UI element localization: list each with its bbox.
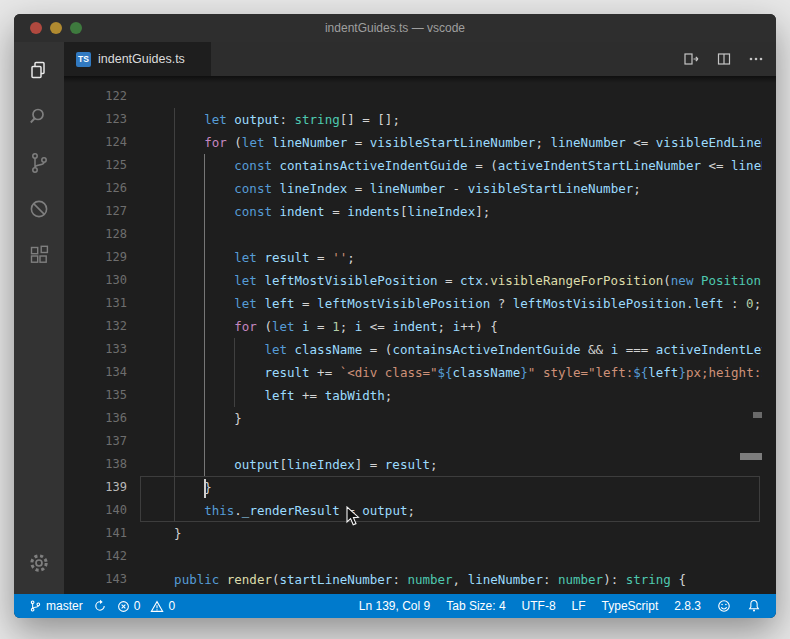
zoom-button[interactable] bbox=[70, 22, 82, 34]
eol-indicator[interactable]: LF bbox=[567, 599, 591, 613]
traffic-lights bbox=[30, 22, 82, 34]
activity-bar bbox=[14, 42, 64, 594]
code-line[interactable]: 142 bbox=[64, 545, 776, 568]
code-line[interactable]: 134 result += `<div class="${className}"… bbox=[64, 361, 776, 384]
tab-label: indentGuides.ts bbox=[98, 52, 185, 66]
overview-ruler-mark bbox=[753, 412, 762, 418]
open-changes-icon[interactable] bbox=[683, 51, 700, 67]
line-number: 137 bbox=[64, 430, 127, 453]
code-lines: 122123 let output: string[] = [];124 for… bbox=[64, 85, 776, 591]
warning-icon bbox=[150, 600, 164, 613]
scroll-shadow bbox=[64, 76, 776, 83]
line-number: 134 bbox=[64, 361, 127, 384]
feedback-button[interactable] bbox=[712, 599, 736, 613]
mouse-cursor bbox=[346, 506, 362, 528]
tab-bar: TS indentGuides.ts bbox=[64, 42, 776, 76]
cursor-position[interactable]: Ln 139, Col 9 bbox=[354, 599, 435, 613]
sync-button[interactable] bbox=[88, 599, 112, 613]
line-number: 139 bbox=[64, 476, 127, 499]
code-line[interactable]: 133 let className = (containsActiveInden… bbox=[64, 338, 776, 361]
code-line[interactable]: 124 for (let lineNumber = visibleStartLi… bbox=[64, 131, 776, 154]
error-icon bbox=[117, 600, 130, 613]
settings-button[interactable] bbox=[14, 540, 64, 586]
line-number: 140 bbox=[64, 499, 127, 522]
line-number: 124 bbox=[64, 131, 127, 154]
code-line[interactable]: 132 for (let i = 1; i <= indent; i++) { bbox=[64, 315, 776, 338]
debug-icon bbox=[27, 197, 51, 221]
code-line[interactable]: 141 } bbox=[64, 522, 776, 545]
cursor-caret bbox=[204, 479, 206, 498]
more-actions-icon[interactable] bbox=[748, 51, 764, 67]
sidebar-item-extensions[interactable] bbox=[14, 232, 64, 278]
code-line[interactable]: 143 public render(startLineNumber: numbe… bbox=[64, 568, 776, 591]
code-line[interactable]: 138 output[lineIndex] = result; bbox=[64, 453, 776, 476]
line-number: 132 bbox=[64, 315, 127, 338]
overview-ruler-mark bbox=[740, 453, 762, 460]
minimize-button[interactable] bbox=[50, 22, 62, 34]
code-line[interactable]: 139 } bbox=[64, 476, 776, 499]
language-indicator[interactable]: TypeScript bbox=[597, 599, 664, 613]
git-branch-icon bbox=[29, 599, 42, 613]
line-number: 143 bbox=[64, 568, 127, 591]
code-line[interactable]: 128 bbox=[64, 223, 776, 246]
extensions-icon bbox=[27, 243, 51, 267]
line-number: 129 bbox=[64, 246, 127, 269]
sidebar-item-search[interactable] bbox=[14, 94, 64, 140]
code-line[interactable]: 126 const lineIndex = lineNumber - visib… bbox=[64, 177, 776, 200]
explorer-icon bbox=[27, 59, 51, 83]
close-button[interactable] bbox=[30, 22, 42, 34]
line-number: 128 bbox=[64, 223, 127, 246]
error-count: 0 bbox=[134, 599, 141, 613]
typescript-file-icon: TS bbox=[76, 52, 91, 67]
bell-icon bbox=[747, 599, 761, 613]
code-line[interactable]: 125 const containsActiveIndentGuide = (a… bbox=[64, 154, 776, 177]
line-number: 122 bbox=[64, 85, 127, 108]
sidebar-item-debug[interactable] bbox=[14, 186, 64, 232]
typescript-version[interactable]: 2.8.3 bbox=[669, 599, 706, 613]
line-number: 126 bbox=[64, 177, 127, 200]
line-number: 142 bbox=[64, 545, 127, 568]
line-number: 135 bbox=[64, 384, 127, 407]
code-line[interactable]: 136 } bbox=[64, 407, 776, 430]
code-line[interactable]: 137 bbox=[64, 430, 776, 453]
code-line[interactable]: 123 let output: string[] = []; bbox=[64, 108, 776, 131]
code-line[interactable]: 127 const indent = indents[lineIndex]; bbox=[64, 200, 776, 223]
tab-indentguides[interactable]: TS indentGuides.ts bbox=[64, 42, 211, 76]
tab-size-indicator[interactable]: Tab Size: 4 bbox=[441, 599, 510, 613]
code-line[interactable]: 131 let left = leftMostVisiblePosition ?… bbox=[64, 292, 776, 315]
branch-indicator[interactable]: master bbox=[24, 599, 88, 613]
git-branch-icon bbox=[27, 151, 51, 175]
code-editor[interactable]: 122123 let output: string[] = [];124 for… bbox=[64, 76, 776, 594]
code-line[interactable]: 140 this._renderResult = output; bbox=[64, 499, 776, 522]
gear-icon bbox=[27, 551, 51, 575]
branch-name: master bbox=[46, 599, 83, 613]
sync-icon bbox=[93, 599, 107, 613]
line-number: 138 bbox=[64, 453, 127, 476]
sidebar-item-source-control[interactable] bbox=[14, 140, 64, 186]
line-number: 127 bbox=[64, 200, 127, 223]
line-number: 131 bbox=[64, 292, 127, 315]
code-line[interactable]: 130 let leftMostVisiblePosition = ctx.vi… bbox=[64, 269, 776, 292]
line-number: 123 bbox=[64, 108, 127, 131]
status-bar: master 0 bbox=[14, 594, 776, 618]
code-line[interactable]: 122 bbox=[64, 85, 776, 108]
smiley-icon bbox=[717, 599, 731, 613]
line-number: 133 bbox=[64, 338, 127, 361]
line-number: 130 bbox=[64, 269, 127, 292]
vscode-window: indentGuides.ts — vscode bbox=[14, 14, 776, 618]
window-title: indentGuides.ts — vscode bbox=[325, 21, 465, 35]
warning-count: 0 bbox=[168, 599, 175, 613]
line-number: 136 bbox=[64, 407, 127, 430]
line-number: 125 bbox=[64, 154, 127, 177]
title-bar[interactable]: indentGuides.ts — vscode bbox=[14, 14, 776, 42]
code-line[interactable]: 129 let result = ''; bbox=[64, 246, 776, 269]
code-line[interactable]: 135 left += tabWidth; bbox=[64, 384, 776, 407]
sidebar-item-explorer[interactable] bbox=[14, 48, 64, 94]
encoding-indicator[interactable]: UTF-8 bbox=[517, 599, 561, 613]
problems-indicator[interactable]: 0 0 bbox=[112, 599, 180, 613]
editor-actions bbox=[683, 42, 764, 76]
line-number: 141 bbox=[64, 522, 127, 545]
notifications-button[interactable] bbox=[742, 599, 766, 613]
split-editor-icon[interactable] bbox=[716, 51, 732, 67]
search-icon bbox=[27, 105, 51, 129]
